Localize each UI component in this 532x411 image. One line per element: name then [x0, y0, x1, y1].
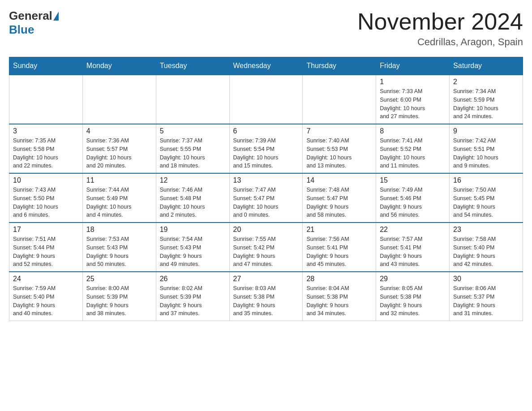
calendar-cell: 13Sunrise: 7:47 AMSunset: 5:47 PMDayligh…	[229, 173, 303, 223]
calendar-week-row: 10Sunrise: 7:43 AMSunset: 5:50 PMDayligh…	[9, 173, 523, 223]
calendar-cell: 22Sunrise: 7:57 AMSunset: 5:41 PMDayligh…	[376, 223, 450, 272]
day-number: 20	[233, 226, 299, 234]
day-info: Sunrise: 7:47 AMSunset: 5:47 PMDaylight:…	[233, 186, 299, 219]
day-info: Sunrise: 8:00 AMSunset: 5:39 PMDaylight:…	[86, 284, 152, 318]
weekday-header-saturday: Saturday	[450, 57, 523, 75]
calendar-cell: 17Sunrise: 7:51 AMSunset: 5:44 PMDayligh…	[9, 223, 83, 272]
calendar-cell: 29Sunrise: 8:05 AMSunset: 5:38 PMDayligh…	[376, 272, 450, 321]
weekday-header-friday: Friday	[376, 57, 450, 75]
calendar-cell: 18Sunrise: 7:53 AMSunset: 5:43 PMDayligh…	[82, 223, 156, 272]
calendar-cell: 10Sunrise: 7:43 AMSunset: 5:50 PMDayligh…	[9, 173, 83, 223]
day-number: 1	[380, 78, 446, 86]
day-number: 26	[160, 275, 226, 283]
day-number: 2	[453, 78, 519, 86]
location-text: Cedrillas, Aragon, Spain	[357, 36, 523, 48]
calendar-cell: 20Sunrise: 7:55 AMSunset: 5:42 PMDayligh…	[229, 223, 303, 272]
calendar-cell: 11Sunrise: 7:44 AMSunset: 5:49 PMDayligh…	[82, 173, 156, 223]
calendar-cell: 1Sunrise: 7:33 AMSunset: 6:00 PMDaylight…	[376, 75, 450, 124]
logo: General Blue	[9, 9, 60, 37]
calendar-cell: 15Sunrise: 7:49 AMSunset: 5:46 PMDayligh…	[376, 173, 450, 223]
calendar-cell: 21Sunrise: 7:56 AMSunset: 5:41 PMDayligh…	[303, 223, 376, 272]
day-info: Sunrise: 7:43 AMSunset: 5:50 PMDaylight:…	[13, 186, 79, 219]
calendar-cell	[229, 75, 303, 124]
day-number: 27	[233, 275, 299, 283]
day-info: Sunrise: 7:59 AMSunset: 5:40 PMDaylight:…	[13, 284, 79, 318]
day-info: Sunrise: 7:34 AMSunset: 5:59 PMDaylight:…	[453, 87, 519, 121]
day-info: Sunrise: 7:46 AMSunset: 5:48 PMDaylight:…	[160, 186, 226, 219]
calendar-cell	[303, 75, 376, 124]
day-info: Sunrise: 8:04 AMSunset: 5:38 PMDaylight:…	[306, 284, 372, 318]
day-info: Sunrise: 7:55 AMSunset: 5:42 PMDaylight:…	[233, 235, 299, 269]
day-info: Sunrise: 7:33 AMSunset: 6:00 PMDaylight:…	[380, 87, 446, 121]
day-info: Sunrise: 7:35 AMSunset: 5:58 PMDaylight:…	[13, 137, 79, 170]
calendar-cell: 5Sunrise: 7:37 AMSunset: 5:55 PMDaylight…	[156, 124, 229, 173]
calendar-cell	[156, 75, 229, 124]
calendar-cell: 7Sunrise: 7:40 AMSunset: 5:53 PMDaylight…	[303, 124, 376, 173]
weekday-header-sunday: Sunday	[9, 57, 83, 75]
calendar-cell: 27Sunrise: 8:03 AMSunset: 5:38 PMDayligh…	[229, 272, 303, 321]
logo-triangle-icon	[53, 12, 59, 21]
day-info: Sunrise: 7:40 AMSunset: 5:53 PMDaylight:…	[306, 137, 372, 170]
calendar-cell: 9Sunrise: 7:42 AMSunset: 5:51 PMDaylight…	[450, 124, 523, 173]
day-number: 17	[13, 226, 79, 234]
day-number: 11	[86, 176, 152, 184]
calendar-body: 1Sunrise: 7:33 AMSunset: 6:00 PMDaylight…	[9, 75, 523, 321]
day-info: Sunrise: 7:57 AMSunset: 5:41 PMDaylight:…	[380, 235, 446, 269]
day-info: Sunrise: 8:02 AMSunset: 5:39 PMDaylight:…	[160, 284, 226, 318]
day-number: 22	[380, 226, 446, 234]
day-number: 15	[380, 176, 446, 184]
day-number: 5	[160, 127, 226, 135]
calendar-cell: 26Sunrise: 8:02 AMSunset: 5:39 PMDayligh…	[156, 272, 229, 321]
calendar-cell	[9, 75, 83, 124]
calendar-cell: 24Sunrise: 7:59 AMSunset: 5:40 PMDayligh…	[9, 272, 83, 321]
day-info: Sunrise: 8:06 AMSunset: 5:37 PMDaylight:…	[453, 284, 519, 318]
day-number: 7	[306, 127, 372, 135]
day-info: Sunrise: 7:48 AMSunset: 5:47 PMDaylight:…	[306, 186, 372, 219]
day-number: 24	[13, 275, 79, 283]
day-info: Sunrise: 7:39 AMSunset: 5:54 PMDaylight:…	[233, 137, 299, 170]
day-info: Sunrise: 7:53 AMSunset: 5:43 PMDaylight:…	[86, 235, 152, 269]
weekday-header-thursday: Thursday	[303, 57, 376, 75]
calendar-cell: 8Sunrise: 7:41 AMSunset: 5:52 PMDaylight…	[376, 124, 450, 173]
calendar-table: SundayMondayTuesdayWednesdayThursdayFrid…	[9, 57, 523, 321]
day-number: 19	[160, 226, 226, 234]
day-number: 21	[306, 226, 372, 234]
calendar-cell	[82, 75, 156, 124]
calendar-week-row: 1Sunrise: 7:33 AMSunset: 6:00 PMDaylight…	[9, 75, 523, 124]
day-info: Sunrise: 7:44 AMSunset: 5:49 PMDaylight:…	[86, 186, 152, 219]
weekday-header-tuesday: Tuesday	[156, 57, 229, 75]
logo-blue-text: Blue	[9, 23, 34, 37]
title-block: November 2024 Cedrillas, Aragon, Spain	[357, 9, 523, 48]
day-info: Sunrise: 7:56 AMSunset: 5:41 PMDaylight:…	[306, 235, 372, 269]
day-number: 3	[13, 127, 79, 135]
calendar-cell: 3Sunrise: 7:35 AMSunset: 5:58 PMDaylight…	[9, 124, 83, 173]
month-title: November 2024	[357, 9, 523, 34]
day-number: 13	[233, 176, 299, 184]
weekday-header-row: SundayMondayTuesdayWednesdayThursdayFrid…	[9, 57, 523, 75]
day-number: 25	[86, 275, 152, 283]
weekday-header-monday: Monday	[82, 57, 156, 75]
calendar-week-row: 17Sunrise: 7:51 AMSunset: 5:44 PMDayligh…	[9, 223, 523, 272]
day-number: 29	[380, 275, 446, 283]
calendar-header: SundayMondayTuesdayWednesdayThursdayFrid…	[9, 57, 523, 75]
day-info: Sunrise: 7:58 AMSunset: 5:40 PMDaylight:…	[453, 235, 519, 269]
page-header: General Blue November 2024 Cedrillas, Ar…	[9, 9, 523, 48]
calendar-cell: 4Sunrise: 7:36 AMSunset: 5:57 PMDaylight…	[82, 124, 156, 173]
calendar-cell: 28Sunrise: 8:04 AMSunset: 5:38 PMDayligh…	[303, 272, 376, 321]
day-number: 28	[306, 275, 372, 283]
calendar-week-row: 3Sunrise: 7:35 AMSunset: 5:58 PMDaylight…	[9, 124, 523, 173]
day-info: Sunrise: 7:37 AMSunset: 5:55 PMDaylight:…	[160, 137, 226, 170]
calendar-cell: 30Sunrise: 8:06 AMSunset: 5:37 PMDayligh…	[450, 272, 523, 321]
day-number: 23	[453, 226, 519, 234]
logo-general-text: General	[9, 9, 52, 23]
day-number: 16	[453, 176, 519, 184]
day-info: Sunrise: 7:42 AMSunset: 5:51 PMDaylight:…	[453, 137, 519, 170]
calendar-cell: 19Sunrise: 7:54 AMSunset: 5:43 PMDayligh…	[156, 223, 229, 272]
day-number: 12	[160, 176, 226, 184]
day-number: 8	[380, 127, 446, 135]
day-number: 30	[453, 275, 519, 283]
calendar-cell: 6Sunrise: 7:39 AMSunset: 5:54 PMDaylight…	[229, 124, 303, 173]
calendar-cell: 14Sunrise: 7:48 AMSunset: 5:47 PMDayligh…	[303, 173, 376, 223]
day-number: 14	[306, 176, 372, 184]
calendar-cell: 2Sunrise: 7:34 AMSunset: 5:59 PMDaylight…	[450, 75, 523, 124]
